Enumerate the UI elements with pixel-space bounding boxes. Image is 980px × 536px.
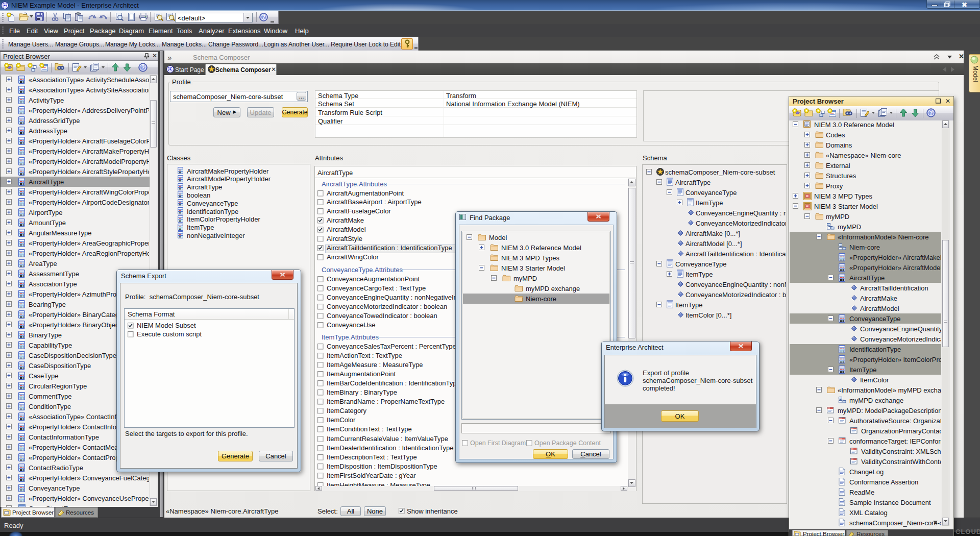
svg-text:?: ? xyxy=(141,64,145,70)
svg-text:?: ? xyxy=(929,110,933,116)
svg-text:?: ? xyxy=(262,14,265,20)
